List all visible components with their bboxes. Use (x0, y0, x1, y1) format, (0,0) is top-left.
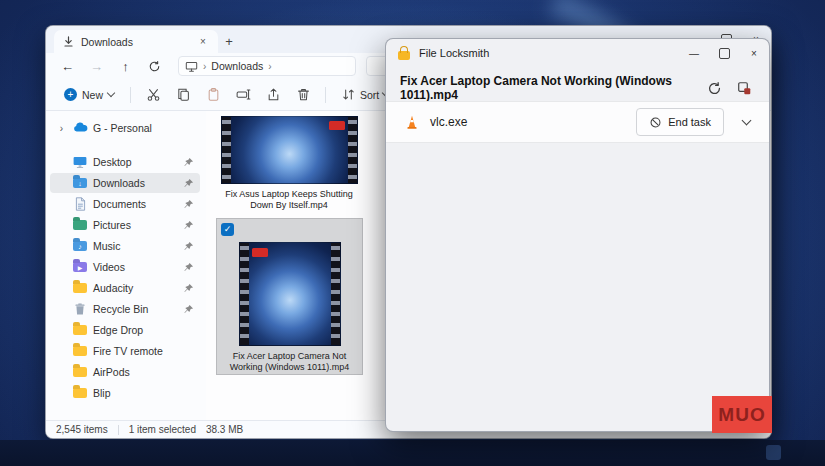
restart-as-admin-button[interactable] (733, 77, 755, 99)
sidebar-item-label: G - Personal (93, 122, 152, 134)
lock-icon (398, 51, 410, 60)
trash-icon (296, 87, 311, 102)
reload-button[interactable] (703, 77, 725, 99)
sort-button-label: Sort (360, 89, 379, 101)
sidebar-item-blip[interactable]: Blip (50, 383, 200, 403)
film-strip (348, 117, 357, 183)
block-icon (649, 116, 662, 129)
refresh-button[interactable] (141, 55, 168, 77)
share-icon (266, 87, 281, 102)
refresh-icon (148, 60, 161, 73)
copy-button[interactable] (169, 83, 197, 107)
file-item-acer-video-selected[interactable]: ✓ Fix Acer Laptop Camera Not Working (Wi… (216, 218, 363, 375)
back-button[interactable]: ← (54, 55, 81, 77)
sidebar-item-label: Music (93, 240, 120, 252)
vlc-icon (404, 114, 420, 130)
tab-close-button[interactable]: × (196, 35, 210, 49)
folder-icon (73, 367, 87, 377)
pin-icon (183, 157, 194, 168)
pin-icon (183, 283, 194, 294)
new-tab-button[interactable]: + (218, 31, 240, 51)
tab-downloads[interactable]: Downloads × (54, 30, 218, 53)
sidebar-item-videos[interactable]: ▶ Videos (50, 257, 200, 277)
expand-process-button[interactable] (737, 113, 755, 131)
breadcrumb-downloads[interactable]: Downloads (211, 60, 263, 72)
sidebar-item-documents[interactable]: Documents (50, 194, 200, 214)
pin-icon (183, 199, 194, 210)
file-item-asus-video[interactable]: Fix Asus Laptop Keeps Shutting Down By I… (214, 116, 364, 211)
chevron-down-icon (741, 116, 751, 126)
share-button[interactable] (259, 83, 287, 107)
new-button[interactable]: + New (56, 83, 122, 107)
status-divider (118, 425, 119, 435)
restart-as-admin-icon (737, 81, 752, 96)
dialog-window-controls: — × (679, 39, 769, 67)
delete-button[interactable] (289, 83, 317, 107)
sidebar-item-label: AirPods (93, 366, 130, 378)
recycle-bin-icon (72, 301, 88, 317)
video-thumbnail (239, 242, 341, 346)
dialog-maximize-button[interactable] (709, 39, 739, 67)
file-locksmith-window: File Locksmith — × Fix Acer Laptop Camer… (385, 38, 770, 432)
file-name: Fix Asus Laptop Keeps Shutting Down By I… (214, 189, 364, 211)
sidebar-item-label: Downloads (93, 177, 145, 189)
process-row[interactable]: vlc.exe End task (386, 101, 769, 143)
new-button-label: New (82, 89, 103, 101)
sidebar-item-pictures[interactable]: Pictures (50, 215, 200, 235)
paste-button[interactable] (199, 83, 227, 107)
toolbar-divider (325, 87, 326, 103)
red-badge (329, 121, 345, 130)
selection-checkbox[interactable]: ✓ (221, 223, 234, 236)
film-strip (240, 243, 249, 345)
music-folder-icon: ♪ (73, 241, 87, 251)
locked-file-name: Fix Acer Laptop Camera Not Working (Wind… (400, 74, 695, 102)
cut-button[interactable] (139, 83, 167, 107)
down-arrow-glyph: ↓ (73, 178, 87, 188)
plus-icon: + (64, 88, 77, 101)
dialog-title: File Locksmith (419, 47, 489, 59)
sidebar-item-airpods[interactable]: AirPods (50, 362, 200, 382)
refresh-icon (707, 81, 722, 96)
dialog-close-button[interactable]: × (739, 39, 769, 67)
sidebar-item-fire-tv-remote[interactable]: Fire TV remote (50, 341, 200, 361)
sidebar-item-audacity[interactable]: Audacity (50, 278, 200, 298)
maximize-icon (719, 48, 730, 59)
dialog-minimize-button[interactable]: — (679, 39, 709, 67)
red-badge (252, 248, 268, 257)
forward-button[interactable]: → (83, 55, 110, 77)
breadcrumb-separator: › (268, 61, 271, 72)
folder-icon (73, 283, 87, 293)
dialog-title-bar: File Locksmith — × (386, 39, 769, 67)
pin-icon (183, 262, 194, 273)
desktop-icon (72, 154, 88, 170)
sidebar-item-label: Fire TV remote (93, 345, 163, 357)
expand-chevron-icon[interactable]: › (56, 123, 67, 134)
selection-size: 38.3 MB (206, 424, 243, 435)
sidebar-item-label: Documents (93, 198, 146, 210)
tab-title: Downloads (81, 36, 133, 48)
pictures-folder-icon (73, 220, 87, 230)
clipboard-paste-icon (206, 87, 221, 102)
sidebar-item-desktop[interactable]: Desktop (50, 152, 200, 172)
selection-count: 1 item selected (129, 424, 196, 435)
up-button[interactable]: ↑ (112, 55, 139, 77)
sidebar-item-downloads[interactable]: ↓ Downloads (50, 173, 200, 193)
sort-icon (341, 87, 356, 102)
address-bar[interactable]: › Downloads › (178, 56, 356, 76)
sidebar-item-onedrive[interactable]: › G - Personal (50, 118, 200, 138)
sidebar-item-music[interactable]: ♪ Music (50, 236, 200, 256)
videos-folder-icon: ▶ (73, 262, 87, 272)
process-name: vlc.exe (430, 115, 467, 129)
folder-icon (73, 325, 87, 335)
end-task-button[interactable]: End task (636, 108, 724, 136)
music-note-glyph: ♪ (73, 241, 87, 251)
end-task-label: End task (668, 116, 711, 128)
sidebar-item-recycle-bin[interactable]: Recycle Bin (50, 299, 200, 319)
taskbar (0, 440, 825, 466)
rename-button[interactable] (229, 83, 257, 107)
sidebar-item-edge-drop[interactable]: Edge Drop (50, 320, 200, 340)
folder-icon (73, 346, 87, 356)
film-strip (331, 243, 340, 345)
tray-icon[interactable] (766, 445, 781, 460)
sidebar-item-label: Recycle Bin (93, 303, 148, 315)
